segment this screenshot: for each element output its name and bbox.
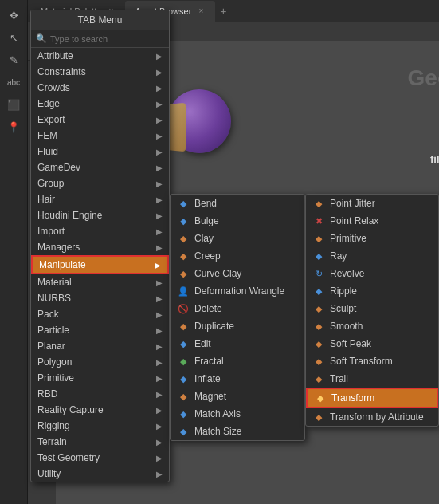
sub-item-edit[interactable]: ◆ Edit bbox=[171, 335, 304, 352]
sub-item-primitive[interactable]: ◆ Primitive bbox=[306, 230, 438, 247]
sub-item-soft-peak[interactable]: ◆ Soft Peak bbox=[306, 335, 438, 352]
tab-asset-browser-close[interactable]: × bbox=[196, 6, 206, 16]
arrow-icon: ▶ bbox=[156, 454, 163, 463]
sub-item-point-relax[interactable]: ✖ Point Relax bbox=[306, 212, 438, 230]
sub-item-match-axis[interactable]: ◆ Match Axis bbox=[171, 405, 304, 423]
menu-item-constraints[interactable]: Constraints ▶ bbox=[31, 64, 169, 80]
soft-peak-icon: ◆ bbox=[312, 337, 325, 350]
menu-item-fem[interactable]: FEM ▶ bbox=[31, 128, 169, 144]
tab-add-button[interactable]: + bbox=[215, 3, 231, 19]
arrow-icon: ▶ bbox=[156, 406, 163, 415]
menu-item-rigging[interactable]: Rigging ▶ bbox=[31, 418, 169, 434]
menu-item-hair[interactable]: Hair ▶ bbox=[31, 191, 169, 207]
menu-item-fluid[interactable]: Fluid ▶ bbox=[31, 144, 169, 159]
arrow-icon: ▶ bbox=[156, 294, 163, 303]
sub-item-duplicate[interactable]: ◆ Duplicate bbox=[171, 317, 304, 335]
sub-item-bulge[interactable]: ◆ Bulge bbox=[171, 212, 304, 230]
sub-item-sculpt[interactable]: ◆ Sculpt bbox=[306, 300, 438, 317]
menu-item-terrain[interactable]: Terrain ▶ bbox=[31, 434, 169, 450]
arrow-icon: ▶ bbox=[156, 179, 163, 188]
left-toolbar: ✥ ↖ ✎ abc ⬛ 📍 bbox=[0, 0, 28, 504]
ray-icon: ◆ bbox=[312, 250, 325, 262]
sub-item-delete[interactable]: 🚫 Delete bbox=[171, 300, 304, 317]
main-menu[interactable]: TAB Menu 🔍 Attribute ▶ Constraints ▶ Cro… bbox=[30, 10, 170, 482]
menu-item-polygon[interactable]: Polygon ▶ bbox=[31, 354, 169, 370]
arrow-icon: ▶ bbox=[156, 243, 163, 252]
arrow-icon: ▶ bbox=[156, 310, 163, 319]
arrow-icon: ▶ bbox=[156, 438, 163, 447]
search-icon: 🔍 bbox=[36, 33, 47, 44]
arrow-icon: ▶ bbox=[156, 116, 163, 124]
sub-item-ray[interactable]: ◆ Ray bbox=[306, 247, 438, 265]
inflate-icon: ◆ bbox=[177, 372, 190, 385]
arrow-icon: ▶ bbox=[156, 390, 163, 399]
menu-item-reality-capture[interactable]: Reality Capture ▶ bbox=[31, 402, 169, 418]
menu-item-test-geometry[interactable]: Test Geometry ▶ bbox=[31, 450, 169, 466]
menu-item-particle[interactable]: Particle ▶ bbox=[31, 322, 169, 338]
sub-item-bend[interactable]: ◆ Bend bbox=[171, 195, 304, 212]
match-axis-icon: ◆ bbox=[177, 408, 190, 420]
menu-item-gamedev[interactable]: GameDev ▶ bbox=[31, 159, 169, 175]
sub-item-soft-transform[interactable]: ◆ Soft Transform bbox=[306, 352, 438, 370]
arrow-icon: ▶ bbox=[156, 52, 163, 61]
toolbar-icon-location[interactable]: 📍 bbox=[5, 118, 22, 136]
sub-item-trail[interactable]: ◆ Trail bbox=[306, 370, 438, 388]
toolbar-icon-image[interactable]: ⬛ bbox=[5, 96, 22, 113]
primitive-icon: ◆ bbox=[312, 232, 325, 245]
toolbar-icon-arrow[interactable]: ↖ bbox=[5, 29, 22, 46]
sub-menu-right[interactable]: ◆ Point Jitter ✖ Point Relax ◆ Primitive… bbox=[305, 194, 439, 427]
arrow-icon: ▶ bbox=[156, 195, 163, 204]
transform-icon: ◆ bbox=[314, 392, 327, 404]
sub-item-fractal[interactable]: ◆ Fractal bbox=[171, 352, 304, 370]
sub-item-revolve[interactable]: ↻ Revolve bbox=[306, 265, 438, 282]
menu-item-houdini-engine[interactable]: Houdini Engine ▶ bbox=[31, 207, 169, 223]
sub-item-deformation-wrangle[interactable]: 👤 Deformation Wrangle bbox=[171, 282, 304, 300]
arrow-icon: ▶ bbox=[156, 326, 163, 335]
menu-item-export[interactable]: Export ▶ bbox=[31, 112, 169, 128]
sub-item-curve-clay[interactable]: ◆ Curve Clay bbox=[171, 265, 304, 282]
sub-item-point-jitter[interactable]: ◆ Point Jitter bbox=[306, 195, 438, 212]
point-jitter-icon: ◆ bbox=[312, 197, 325, 210]
search-input[interactable] bbox=[50, 34, 164, 44]
ripple-icon: ◆ bbox=[312, 285, 325, 297]
menu-item-edge[interactable]: Edge ▶ bbox=[31, 96, 169, 112]
fractal-icon: ◆ bbox=[177, 355, 190, 368]
toolbar-icon-edit[interactable]: ✎ bbox=[5, 51, 22, 69]
sub-item-creep[interactable]: ◆ Creep bbox=[171, 247, 304, 265]
menu-item-planar[interactable]: Planar ▶ bbox=[31, 338, 169, 354]
sculpt-icon: ◆ bbox=[312, 302, 325, 315]
arrow-icon: ▶ bbox=[156, 84, 163, 93]
arrow-icon: ▶ bbox=[156, 470, 163, 478]
sub-item-match-size[interactable]: ◆ Match Size bbox=[171, 423, 304, 440]
menu-item-rbd[interactable]: RBD ▶ bbox=[31, 386, 169, 402]
smooth-icon: ◆ bbox=[312, 320, 325, 333]
arrow-icon: ▶ bbox=[156, 358, 163, 367]
arrow-icon: ▶ bbox=[156, 278, 163, 287]
sub-item-inflate[interactable]: ◆ Inflate bbox=[171, 370, 304, 388]
menu-item-nurbs[interactable]: NURBS ▶ bbox=[31, 290, 169, 306]
toolbar-icon-text[interactable]: abc bbox=[5, 73, 22, 91]
menu-item-material[interactable]: Material ▶ bbox=[31, 274, 169, 290]
sub-item-clay[interactable]: ◆ Clay bbox=[171, 230, 304, 247]
menu-item-group[interactable]: Group ▶ bbox=[31, 175, 169, 191]
deformation-wrangle-icon: 👤 bbox=[177, 285, 190, 297]
menu-item-primitive[interactable]: Primitive ▶ bbox=[31, 370, 169, 386]
menu-item-utility[interactable]: Utility ▶ bbox=[31, 466, 169, 482]
search-box[interactable]: 🔍 bbox=[31, 30, 169, 48]
sub-item-ripple[interactable]: ◆ Ripple bbox=[306, 282, 438, 300]
sub-item-transform-by-attribute[interactable]: ◆ Transform by Attribute bbox=[306, 408, 438, 426]
arrow-icon: ▶ bbox=[156, 100, 163, 108]
match-size-icon: ◆ bbox=[177, 425, 190, 438]
toolbar-icon-select[interactable]: ✥ bbox=[5, 6, 22, 24]
sub-item-magnet[interactable]: ◆ Magnet bbox=[171, 388, 304, 405]
menu-item-import[interactable]: Import ▶ bbox=[31, 223, 169, 239]
sub-menu-left[interactable]: ◆ Bend ◆ Bulge ◆ Clay ◆ Creep ◆ Curve Cl… bbox=[170, 194, 305, 441]
menu-item-managers[interactable]: Managers ▶ bbox=[31, 239, 169, 255]
menu-item-crowds[interactable]: Crowds ▶ bbox=[31, 80, 169, 96]
revolve-icon: ↻ bbox=[312, 267, 325, 280]
menu-item-manipulate[interactable]: Manipulate ▶ bbox=[31, 255, 169, 274]
menu-item-attribute[interactable]: Attribute ▶ bbox=[31, 48, 169, 64]
sub-item-smooth[interactable]: ◆ Smooth bbox=[306, 317, 438, 335]
sub-item-transform[interactable]: ◆ Transform bbox=[306, 388, 438, 408]
menu-item-pack[interactable]: Pack ▶ bbox=[31, 306, 169, 322]
